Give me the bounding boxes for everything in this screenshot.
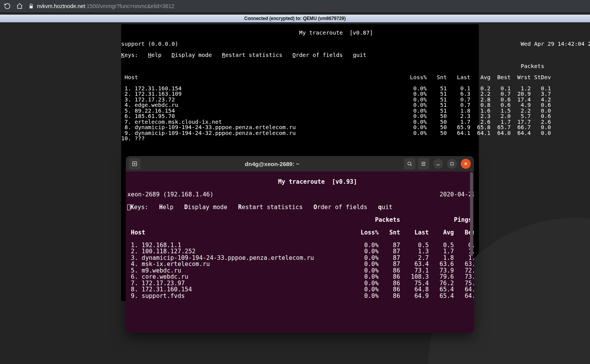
hop-row: 4. edge.webdc.ru 0.0% 51 0.7 0.8 0.6 4.9…: [121, 102, 479, 108]
mtr-group-headers: Packets Pings: [127, 217, 472, 223]
hop-row: 4. msk-ix.ertelecom.ru 0.0% 87 63.4 63.6…: [127, 261, 472, 268]
hop-row: 9. dynamicip-109-194-24-32.pppoe.penza.e…: [121, 130, 479, 136]
local-terminal-window: dn4g@xeon-2689: ~ My traceroute [v0.93] …: [126, 156, 474, 333]
local-terminal-body[interactable]: My traceroute [v0.93] xeon-2689 (192.168…: [126, 171, 474, 333]
menu-icon[interactable]: [418, 158, 429, 170]
hop-row: 2. 172.31.163.109 0.0% 51 6.3 2.2 0.7 20…: [121, 91, 479, 97]
minimize-button[interactable]: [433, 159, 443, 169]
url-display[interactable]: nvkvm.hoztnode.net:1500/vmmgr?func=novnc…: [28, 3, 174, 9]
hop-row: 6. 185.61.95.70 0.0% 50 2.3 2.3 2.0 5.7 …: [121, 113, 479, 119]
hop-row: 1. 172.31.160.154 0.0% 51 0.1 0.2 0.1 1.…: [121, 86, 479, 91]
mtr-column-headers: Host Loss% Snt Last Avg Best Wrst StDev: [127, 229, 472, 236]
mtr-menu[interactable]: Keys: Help Display mode Restart statisti…: [121, 52, 479, 58]
hop-row: 5. m9.webdc.ru 0.0% 86 73.1 73.9 72.9 10…: [127, 268, 472, 274]
mtr-title: My traceroute [v0.93]: [127, 179, 472, 185]
search-icon[interactable]: [404, 158, 415, 170]
scrollbar[interactable]: [470, 172, 473, 256]
new-tab-icon[interactable]: [129, 158, 140, 170]
hop-row: 10. ???: [121, 136, 479, 141]
mtr-title: My traceroute [v0.87]: [121, 30, 479, 36]
svg-point-1: [408, 162, 411, 165]
hop-row: 3. dynamicip-109-194-24-33.pppoe.penza.e…: [127, 255, 472, 261]
stage: Connected (encrypted) to: QEMU (vm867972…: [0, 12, 590, 364]
browser-address-bar: nvkvm.hoztnode.net:1500/vmmgr?func=novnc…: [0, 0, 590, 12]
hop-row: 8. dynamicip-109-194-24-33.pppoe.penza.e…: [121, 125, 479, 130]
hop-row: 9. support.fvds 0.0% 86 64.9 65.4 64.7 9…: [127, 293, 472, 299]
svg-rect-2: [451, 163, 453, 165]
mtr-origin-line: support (0.0.0.0) Wed Apr 29 14:42:04 20…: [121, 41, 479, 47]
vnc-status-banner: Connected (encrypted) to: QEMU (vm867972…: [0, 15, 590, 22]
close-button[interactable]: [461, 159, 471, 169]
lock-icon: [28, 3, 34, 9]
hop-row: 3. 172.17.23.72 0.0% 51 0.7 2.8 0.6 17.4…: [121, 97, 479, 103]
mtr-menu[interactable]: Keys: Help Display mode Restart statisti…: [127, 204, 472, 211]
titlebar[interactable]: dn4g@xeon-2689: ~: [126, 156, 474, 171]
window-title: dn4g@xeon-2689: ~: [143, 161, 402, 167]
url-host: nvkvm.hoztnode.net: [37, 3, 85, 9]
mtr-column-headers: Host Loss% Snt Last Avg Best Wrst StDev: [121, 75, 479, 80]
hop-row: 5. 89.22.16.154 0.0% 51 1.8 1.6 1.5 2.2 …: [121, 108, 479, 114]
hop-row: 7. 172.17.23.97 0.0% 86 75.4 76.2 75.2 1…: [127, 280, 472, 287]
hop-row: 7. ertelecom.msk.cloud-ix.net 0.0% 50 1.…: [121, 119, 479, 125]
hop-row: 1. 192.168.1.1 0.0% 87 0.5 0.5 0.4 0.6 0…: [127, 242, 472, 249]
hop-row: 6. core.webdc.ru 0.0% 86 108.3 79.6 73.2…: [127, 274, 472, 280]
hop-row: 8. 172.31.160.154 0.0% 86 64.8 65.4 64.7…: [127, 286, 472, 293]
mtr-origin-line: xeon-2689 (192.168.1.46) 2020-04-29T19:4…: [127, 191, 472, 198]
hop-row: 2. 100.118.127.252 0.0% 87 1.3 1.7 1.1 1…: [127, 248, 472, 255]
url-path: :1500/vmmgr?func=novnc&elid=3612: [85, 3, 174, 9]
mtr-group-headers: Packets Pings: [121, 63, 479, 69]
home-icon[interactable]: [16, 3, 23, 10]
reload-icon[interactable]: [4, 3, 11, 10]
maximize-button[interactable]: [447, 159, 457, 169]
